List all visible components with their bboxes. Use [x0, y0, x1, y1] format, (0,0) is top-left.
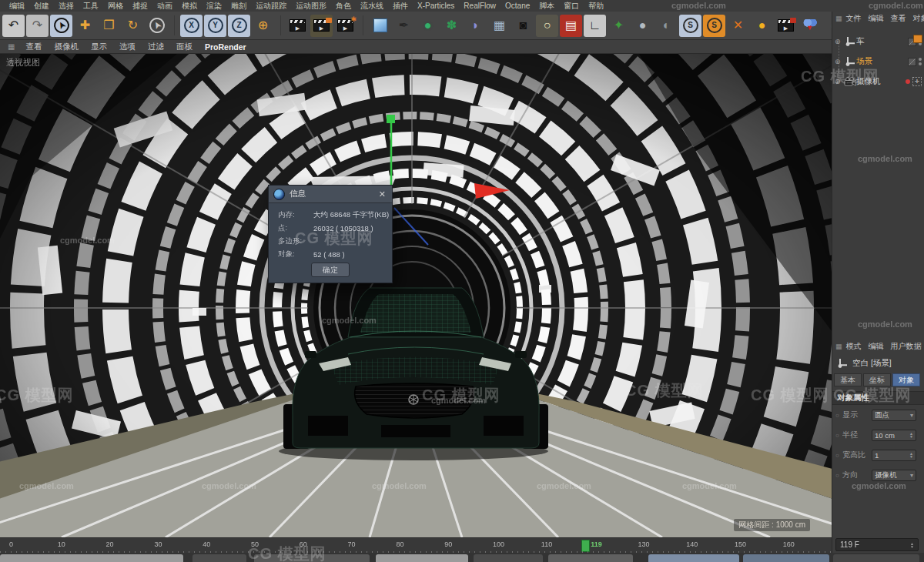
menubar-item-9[interactable]: 雕刻	[226, 1, 251, 12]
array-generator-button[interactable]: ✽	[440, 15, 463, 37]
viewport-canvas[interactable]	[0, 54, 832, 537]
deformer-button[interactable]: ◗	[464, 15, 487, 37]
transport-segment[interactable]	[474, 554, 543, 562]
object-item-场景[interactable]: ⊕场景	[832, 52, 924, 72]
range-slider-handle[interactable]	[0, 554, 183, 562]
menubar-item-8[interactable]: 渲染	[202, 1, 226, 12]
record-dot-icon[interactable]	[906, 79, 910, 84]
current-frame-box[interactable]: 119 F ▲▼	[835, 538, 919, 551]
om-menu-1[interactable]: 编辑	[869, 13, 884, 24]
info-dialog-titlebar[interactable]: 信息 ✕	[269, 186, 392, 203]
menubar-item-1[interactable]: 创建	[29, 1, 54, 12]
subdivision-surface-button[interactable]: ●	[417, 15, 439, 37]
transport-segment[interactable]	[192, 554, 246, 562]
light-object-button[interactable]: ○	[536, 15, 558, 37]
transport-segment[interactable]	[254, 554, 370, 562]
layer-toggle-icon[interactable]	[908, 58, 916, 66]
redo-button[interactable]: ↷	[26, 15, 49, 37]
visibility-dots-icon[interactable]	[919, 58, 922, 65]
anim-dot-icon[interactable]: ○	[835, 452, 842, 459]
menubar-item-20[interactable]: 帮助	[584, 1, 608, 12]
ok-button[interactable]: 确定	[311, 263, 350, 277]
panel-grid-icon[interactable]: ▦	[835, 15, 842, 22]
object-item-toggles[interactable]	[908, 58, 922, 66]
attr-menu-0[interactable]: 模式	[846, 341, 862, 352]
menubar-item-17[interactable]: Octane	[500, 2, 534, 10]
plugin-s-orange-button[interactable]: S	[703, 15, 725, 37]
scale-tool-button[interactable]: ❐	[98, 15, 120, 37]
last-tool-button[interactable]: ➤	[146, 15, 168, 37]
plugin-cross-button[interactable]: ✕	[727, 15, 749, 37]
camera-object-button[interactable]: ◙	[512, 15, 534, 37]
transport-segment[interactable]	[548, 554, 633, 562]
material-tag-icon[interactable]	[913, 35, 922, 43]
tree-node-icon[interactable]: ⊕	[835, 78, 843, 85]
viewport-menu-0[interactable]: 查看	[19, 42, 48, 52]
menubar-item-14[interactable]: 插件	[388, 1, 413, 12]
render-view-button[interactable]: ▶	[286, 15, 309, 37]
menubar-item-6[interactable]: 动画	[152, 1, 177, 12]
transport-segment[interactable]	[833, 554, 919, 562]
menubar-item-15[interactable]: X-Particles	[413, 2, 459, 10]
spline-pen-button[interactable]: ✒	[393, 15, 415, 37]
y-axis-lock-button[interactable]: Y	[204, 15, 226, 37]
om-menu-2[interactable]: 查看	[891, 13, 906, 24]
transport-segment[interactable]	[376, 554, 468, 562]
menubar-item-18[interactable]: 脚本	[534, 1, 559, 12]
frame-stepper-icon[interactable]: ▲▼	[910, 542, 914, 548]
workplane-button[interactable]: ∟	[584, 15, 606, 37]
sphere-shaded-button[interactable]: ◐	[655, 15, 678, 37]
menubar-item-2[interactable]: 选择	[54, 1, 79, 12]
render-picture-viewer-button[interactable]: ▶	[310, 15, 333, 37]
menubar-item-4[interactable]: 网格	[103, 1, 128, 12]
xparticles-button[interactable]: ✦	[608, 15, 630, 37]
viewport-menu-3[interactable]: 选项	[113, 42, 142, 52]
anim-dot-icon[interactable]: ○	[835, 412, 842, 419]
tree-node-icon[interactable]: ⊕	[835, 38, 843, 45]
rotate-tool-button[interactable]: ↻	[122, 15, 144, 37]
stepper-2[interactable]: 1▲▼	[872, 450, 916, 461]
plugin-sun-button[interactable]: ●	[751, 15, 773, 37]
undo-button[interactable]: ↶	[2, 15, 25, 37]
viewport-menu-4[interactable]: 过滤	[142, 42, 170, 52]
anim-dot-icon[interactable]: ○	[835, 432, 842, 439]
attr-menu-2[interactable]: 用户数据	[891, 341, 922, 352]
object-item-车[interactable]: ⊕车	[832, 32, 924, 52]
tab-基本[interactable]: 基本	[834, 373, 862, 386]
viewport-grid-icon[interactable]: ▦	[8, 42, 15, 51]
tab-坐标[interactable]: 坐标	[863, 373, 891, 386]
content-browser-button[interactable]: ▤	[560, 15, 582, 37]
tab-对象[interactable]: 对象	[892, 373, 920, 386]
camera-target-icon[interactable]: ✛	[912, 77, 922, 86]
coord-system-button[interactable]: ⊕	[252, 15, 274, 37]
playhead[interactable]	[581, 540, 590, 552]
menubar-item-19[interactable]: 窗口	[559, 1, 584, 12]
panel-grid-icon[interactable]: ▦	[835, 343, 842, 350]
plugin-balls-arrow-button[interactable]: ▼	[798, 15, 821, 37]
tree-node-icon[interactable]: ⊕	[835, 58, 843, 65]
environment-floor-button[interactable]: ▦	[488, 15, 511, 37]
select-tool-button[interactable]: ➤	[50, 15, 72, 37]
attr-menu-1[interactable]: 编辑	[869, 341, 884, 352]
menubar-item-13[interactable]: 流水线	[356, 1, 388, 12]
viewport-menu-2[interactable]: 显示	[85, 42, 113, 52]
om-menu-3[interactable]: 对象	[913, 13, 924, 24]
stepper-arrows-icon[interactable]: ▲▼	[909, 452, 913, 458]
menubar-item-0[interactable]: 编辑	[5, 1, 29, 12]
object-item-toggles[interactable]: ✛	[906, 77, 922, 86]
render-settings-button[interactable]: ▶	[334, 15, 357, 37]
dropdown-3[interactable]: 摄像机▾	[872, 470, 916, 481]
menubar-item-5[interactable]: 捕捉	[128, 1, 152, 12]
menubar-item-10[interactable]: 运动跟踪	[251, 1, 291, 12]
menubar-item-3[interactable]: 工具	[79, 1, 103, 12]
stepper-1[interactable]: 10 cm▲▼	[872, 430, 916, 441]
transport-buttons[interactable]	[743, 554, 829, 562]
menubar-item-16[interactable]: RealFlow	[459, 2, 500, 10]
anim-dot-icon[interactable]: ○	[835, 472, 842, 479]
menubar-item-7[interactable]: 模拟	[177, 1, 202, 12]
transport-buttons[interactable]	[648, 554, 739, 562]
viewport-menu-5[interactable]: 面板	[170, 42, 199, 52]
z-axis-lock-button[interactable]: Z	[228, 15, 250, 37]
plugin-s-grey-button[interactable]: S	[679, 15, 701, 37]
menubar-item-12[interactable]: 角色	[331, 1, 356, 12]
